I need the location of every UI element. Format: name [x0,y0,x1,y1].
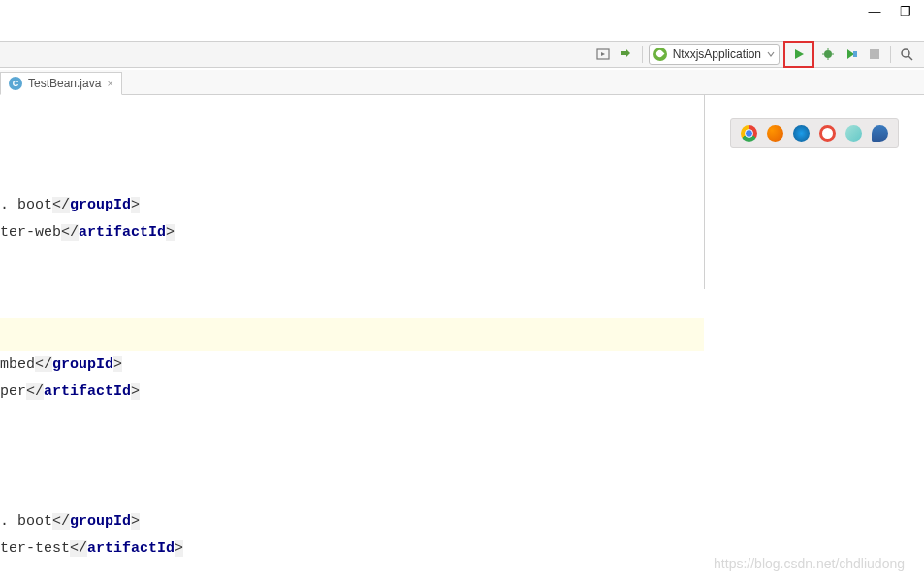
firefox-icon[interactable] [767,125,783,142]
minimize-button[interactable]: — [868,4,881,17]
run-button[interactable] [789,45,809,64]
svg-marker-2 [795,49,804,59]
run-button-highlight [783,41,814,68]
search-everywhere-icon[interactable] [897,45,916,64]
run-configuration-dropdown[interactable]: NtxxjsApplication [649,44,780,65]
watermark-text: https://blog.csdn.net/chdliudong [714,556,905,571]
code-line: . boot</groupId> [0,192,704,219]
yandex-icon[interactable] [845,125,862,142]
close-icon[interactable]: × [107,78,112,89]
run-coverage-button[interactable] [842,45,861,64]
svg-rect-9 [853,51,857,57]
svg-point-11 [902,49,909,57]
tab-label: TestBean.java [28,77,101,90]
hammer-icon[interactable] [617,45,636,64]
svg-line-12 [908,56,912,60]
editor-tab-bar: C TestBean.java × [0,70,924,95]
opera-icon[interactable] [819,125,836,142]
safari-icon[interactable] [793,125,810,142]
editor-right-margin [704,95,705,289]
main-toolbar: NtxxjsApplication [0,41,924,68]
edge-icon[interactable] [872,125,888,142]
tab-testbean[interactable]: C TestBean.java × [0,72,122,95]
highlighted-line [0,318,704,351]
svg-marker-8 [847,49,854,59]
spring-boot-icon [653,48,667,61]
debug-button[interactable] [818,45,838,64]
svg-marker-1 [601,52,605,56]
window-controls: — ❐ [868,4,912,17]
code-line: mbed</groupId> [0,351,704,378]
run-config-label: NtxxjsApplication [673,48,761,61]
browser-selector-panel [730,118,899,148]
toolbar-separator [642,46,643,63]
target-icon[interactable] [593,45,613,64]
code-line: ter-test</artifactId> [0,535,704,563]
chevron-down-icon [767,50,775,58]
svg-rect-10 [870,49,879,59]
code-line: per</artifactId> [0,378,704,405]
restore-button[interactable]: ❐ [899,4,912,17]
java-class-icon: C [9,77,22,90]
svg-point-3 [824,50,832,58]
stop-button[interactable] [865,45,884,64]
code-editor[interactable]: . boot</groupId> ter-web</artifactId> mb… [0,95,704,581]
toolbar-separator [890,46,891,63]
code-line: ter-web</artifactId> [0,219,704,246]
code-line: . boot</groupId> [0,508,704,535]
chrome-icon[interactable] [741,125,757,142]
